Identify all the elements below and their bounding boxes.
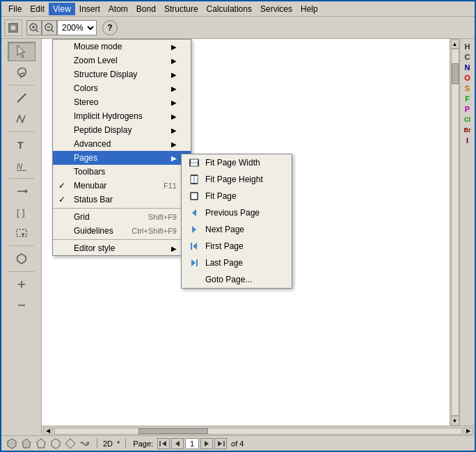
menu-insert[interactable]: Insert [75, 3, 104, 15]
menu-mouse-mode[interactable]: Mouse mode ▶ [53, 40, 191, 54]
submenu-fit-page-width[interactable]: Fit Page Width [182, 154, 292, 171]
submenu-last-page[interactable]: Last Page [182, 255, 292, 271]
menu-pages[interactable]: Pages ▶ [53, 151, 191, 165]
next-page-btn[interactable] [200, 438, 213, 449]
tool-minus[interactable] [8, 296, 35, 315]
hscroll-thumb[interactable] [138, 428, 208, 434]
statusbar: 2D * Page: [1, 435, 475, 451]
vscroll-up-btn[interactable]: ▲ [451, 39, 459, 49]
menu-peptide-display[interactable]: Peptide Display ▶ [53, 123, 191, 137]
tool-sep-5 [9, 271, 34, 272]
menu-structure[interactable]: Structure [160, 3, 203, 15]
tool-insert[interactable]: N [8, 156, 35, 175]
hscroll-right-btn[interactable]: ▶ [463, 428, 473, 435]
tool-arrow[interactable] [8, 181, 35, 201]
arrow-icon: ▶ [171, 154, 177, 162]
tool-plus[interactable] [8, 275, 35, 294]
arrow-icon: ▶ [171, 245, 177, 252]
zoom-in-btn[interactable] [26, 20, 42, 35]
shape-hexagon-filled[interactable] [6, 437, 18, 450]
shape-chain[interactable] [79, 437, 91, 450]
help-btn[interactable]: ? [102, 20, 118, 35]
element-F[interactable]: F [461, 94, 474, 104]
svg-marker-42 [192, 209, 196, 216]
vscroll-thumb[interactable] [452, 63, 459, 84]
svg-text:T: T [17, 140, 24, 151]
element-C[interactable]: C [461, 52, 474, 62]
hscroll-left-btn[interactable]: ◀ [43, 428, 53, 435]
submenu-next-page[interactable]: Next Page [182, 221, 292, 238]
hscroll-track[interactable] [54, 428, 462, 435]
menu-edit[interactable]: Edit [26, 3, 49, 15]
menu-bond[interactable]: Bond [132, 3, 160, 15]
menu-advanced[interactable]: Advanced ▶ [53, 137, 191, 151]
submenu-fit-page-height[interactable]: Fit Page Height [182, 171, 292, 188]
menu-help[interactable]: Help [296, 3, 322, 15]
canvas[interactable]: Mouse mode ▶ Zoom Level ▶ Structure Disp… [42, 39, 450, 426]
tool-brackets[interactable]: [ ] [8, 202, 35, 222]
menu-implicit-hydrogens[interactable]: Implicit Hydrogens ▶ [53, 109, 191, 123]
menu-atom[interactable]: Atom [104, 3, 132, 15]
menu-zoom-level[interactable]: Zoom Level ▶ [53, 54, 191, 67]
svg-marker-48 [8, 439, 16, 449]
tool-lasso[interactable] [8, 63, 35, 82]
toolbar-select-btn[interactable] [4, 19, 22, 36]
svg-line-8 [51, 30, 54, 32]
first-page-btn[interactable] [157, 438, 170, 449]
element-H[interactable]: H [461, 42, 474, 51]
tool-chain[interactable] [8, 109, 35, 129]
vscroll-down-btn[interactable]: ▼ [451, 416, 459, 426]
shape-diamond-outline[interactable] [64, 437, 77, 450]
menu-status-bar[interactable]: ✓ Status Bar [53, 193, 191, 207]
prev-page-btn[interactable] [171, 438, 184, 449]
svg-marker-47 [191, 259, 196, 266]
menu-structure-display[interactable]: Structure Display ▶ [53, 67, 191, 81]
menu-colors[interactable]: Colors ▶ [53, 81, 191, 95]
menu-toolbars[interactable]: Toolbars [53, 165, 191, 179]
element-letters: H C N O S F P Cl Br I [461, 40, 474, 424]
goto-page-icon [189, 274, 200, 285]
shape-hexagon-outline[interactable] [49, 437, 62, 450]
element-P[interactable]: P [461, 104, 474, 114]
menu-grid[interactable]: Grid Shift+F9 [53, 210, 191, 224]
menu-calculations[interactable]: Calculations [203, 3, 256, 15]
tool-cursor[interactable] [8, 42, 35, 61]
last-page-icon [189, 257, 200, 268]
arrow-icon: ▶ [171, 71, 177, 79]
check-icon: ✓ [58, 195, 65, 204]
element-I[interactable]: I [461, 136, 474, 145]
last-page-btn[interactable] [214, 438, 227, 449]
submenu-previous-page[interactable]: Previous Page [182, 204, 292, 221]
submenu-fit-page[interactable]: Fit Page [182, 188, 292, 204]
element-O[interactable]: O [461, 73, 474, 83]
shape-pentagon-outline[interactable] [35, 437, 47, 450]
tool-text[interactable]: T [8, 135, 35, 154]
shape-pentagon[interactable] [20, 437, 33, 450]
arrow-icon: ▶ [171, 43, 177, 51]
dimension-label: 2D [103, 439, 113, 448]
menu-stereo[interactable]: Stereo ▶ [53, 95, 191, 109]
page-number-input[interactable] [185, 438, 199, 449]
tool-bond[interactable] [8, 88, 35, 108]
menu-editor-style[interactable]: Editor style ▶ [53, 241, 191, 255]
tool-ring[interactable] [8, 249, 35, 268]
svg-marker-43 [192, 226, 196, 233]
zoom-out-btn[interactable] [42, 20, 57, 35]
right-sidebar: H C N O S F P Cl Br I [459, 39, 475, 426]
submenu-goto-page[interactable]: Goto Page... [182, 271, 292, 288]
element-Cl[interactable]: Cl [461, 115, 474, 124]
tool-sep-1 [9, 85, 34, 86]
svg-rect-37 [191, 193, 198, 200]
menu-view[interactable]: View [49, 3, 75, 15]
element-S[interactable]: S [461, 83, 474, 93]
menu-services[interactable]: Services [256, 3, 296, 15]
zoom-select[interactable]: 200% 100% 150% 50% [57, 20, 97, 35]
menu-menubar[interactable]: ✓ Menubar F11 [53, 179, 191, 193]
menu-file[interactable]: File [4, 3, 26, 15]
menu-guidelines[interactable]: Guidelines Ctrl+Shift+F9 [53, 224, 191, 238]
vscroll-track[interactable] [451, 49, 459, 416]
submenu-first-page[interactable]: First Page [182, 238, 292, 255]
tool-box-select[interactable]: ▼ [8, 223, 35, 243]
element-N[interactable]: N [461, 63, 474, 72]
element-Br[interactable]: Br [461, 125, 474, 135]
